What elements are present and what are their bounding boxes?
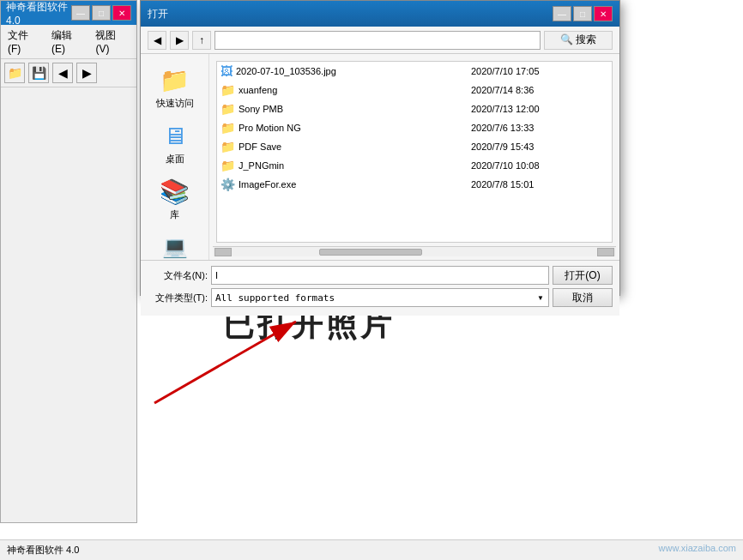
watermark: www.xiazaiba.com [659, 543, 736, 553]
sidebar-item-this-pc[interactable]: 💻 此电脑 [144, 228, 205, 260]
cancel-button[interactable]: 取消 [553, 288, 613, 307]
save-button[interactable]: 💾 [28, 63, 49, 83]
exe-icon: ⚙️ [220, 178, 235, 191]
filetype-select-wrapper: All supported formats [211, 288, 549, 307]
dialog-close-button[interactable]: ✕ [594, 6, 613, 21]
nav-up-button[interactable]: ↑ [192, 31, 211, 50]
dialog-bottom: 文件名(N): 打开(O) 文件类型(T): All supported for… [141, 260, 619, 316]
sidebar-item-desktop[interactable]: 🖥 桌面 [144, 117, 205, 169]
sidebar-item-library[interactable]: 📚 库 [144, 172, 205, 225]
filetype-label: 文件类型(T): [148, 292, 208, 304]
app-window-controls: — □ ✕ [71, 5, 131, 21]
menu-file[interactable]: 文件(F) [4, 27, 45, 57]
table-row[interactable]: 📁 PDF Save 2020/7/9 15:43 [217, 137, 612, 156]
table-row[interactable]: 📁 J_PNGmin 2020/7/10 10:08 [217, 156, 612, 175]
table-row[interactable]: 📁 Sony PMB 2020/7/13 12:00 [217, 99, 612, 118]
sidebar-item-quick-access[interactable]: 📁 快速访问 [144, 61, 205, 113]
table-row[interactable]: 📁 xuanfeng 2020/7/14 8:36 [217, 81, 612, 99]
quick-access-icon: 📁 [160, 64, 190, 95]
dialog-toolbar: ◀ ▶ ↑ 🔍 搜索 [141, 27, 619, 54]
app-menubar: 文件(F) 编辑(E) 视图(V) [1, 25, 136, 59]
this-pc-icon: 💻 [160, 232, 190, 260]
filename-row: 文件名(N): 打开(O) [148, 266, 613, 285]
search-button[interactable]: 🔍 搜索 [544, 31, 613, 50]
desktop-icon: 🖥 [160, 120, 190, 151]
horizontal-scrollbar[interactable] [213, 246, 616, 256]
minimize-button[interactable]: — [71, 5, 90, 21]
file-dialog: 打开 — □ ✕ ◀ ▶ ↑ 🔍 搜索 📁 快速访问 🖥 [140, 0, 620, 296]
file-list: 🖼 2020-07-10_103536.jpg 2020/7/10 17:05 … [216, 61, 613, 243]
status-text: 神奇看图软件 4.0 [7, 544, 79, 557]
back-button[interactable]: ◀ [52, 63, 73, 83]
dialog-minimize-button[interactable]: — [553, 6, 571, 21]
dialog-controls: — □ ✕ [553, 6, 613, 21]
filename-label: 文件名(N): [148, 269, 208, 282]
close-button[interactable]: ✕ [112, 5, 131, 21]
menu-edit[interactable]: 编辑(E) [48, 27, 89, 57]
maximize-button[interactable]: □ [92, 5, 111, 21]
status-bar: 神奇看图软件 4.0 [0, 539, 743, 560]
dialog-content: 📁 快速访问 🖥 桌面 📚 库 💻 此电脑 [141, 54, 619, 260]
open-button[interactable]: 打开(O) [553, 266, 613, 285]
app-toolbar: 📁 💾 ◀ ▶ [1, 59, 136, 87]
dialog-titlebar: 打开 — □ ✕ [141, 1, 619, 27]
filetype-row: 文件类型(T): All supported formats 取消 [148, 288, 613, 307]
folder-open-button[interactable]: 📁 [4, 63, 25, 83]
library-icon: 📚 [160, 176, 190, 207]
filetype-select[interactable]: All supported formats [211, 288, 549, 307]
breadcrumb [214, 31, 541, 50]
dialog-maximize-button[interactable]: □ [573, 6, 592, 21]
forward-button[interactable]: ▶ [76, 63, 97, 83]
app-titlebar: 神奇看图软件 4.0 — □ ✕ [1, 1, 136, 25]
folder-icon: 📁 [220, 121, 235, 135]
folder-icon: 📁 [220, 102, 235, 116]
scrollbar-thumb[interactable] [319, 249, 422, 256]
table-row[interactable]: 📁 Pro Motion NG 2020/7/6 13:33 [217, 118, 612, 137]
filename-input[interactable] [211, 266, 549, 285]
folder-icon: 📁 [220, 83, 235, 97]
folder-icon: 📁 [220, 140, 235, 154]
folder-icon: 📁 [220, 159, 235, 172]
sidebar-label-library: 库 [170, 208, 179, 221]
sidebar-label-desktop: 桌面 [166, 153, 184, 166]
table-row[interactable]: ⚙️ ImageFor.exe 2020/7/8 15:01 [217, 175, 612, 194]
table-row[interactable]: 🖼 2020-07-10_103536.jpg 2020/7/10 17:05 [217, 62, 612, 81]
svg-line-1 [154, 322, 296, 403]
dialog-title: 打开 [148, 7, 168, 21]
sidebar-label-quick-access: 快速访问 [156, 97, 194, 110]
menu-view[interactable]: 视图(V) [92, 27, 133, 57]
app-window: 神奇看图软件 4.0 — □ ✕ 文件(F) 编辑(E) 视图(V) 📁 💾 ◀… [0, 0, 137, 523]
nav-back-button[interactable]: ◀ [148, 31, 166, 50]
app-title: 神奇看图软件 4.0 [6, 0, 71, 27]
dialog-sidebar: 📁 快速访问 🖥 桌面 📚 库 💻 此电脑 [141, 54, 209, 260]
file-icon: 🖼 [220, 64, 233, 78]
nav-forward-button[interactable]: ▶ [170, 31, 189, 50]
